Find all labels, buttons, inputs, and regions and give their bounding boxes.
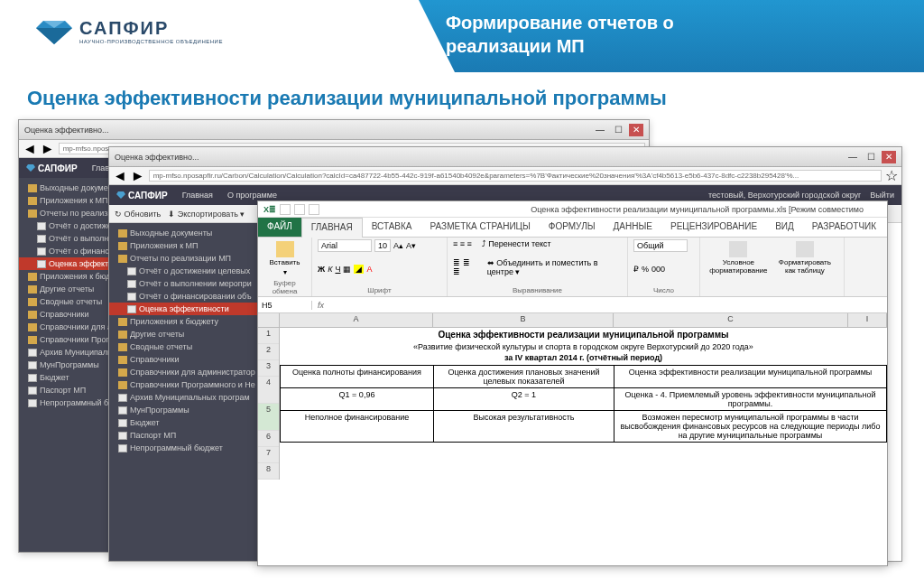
comma-icon[interactable]: 000 [651,265,665,274]
nav-logout[interactable]: Выйти [870,191,894,200]
shrink-font-icon[interactable]: A▾ [406,241,416,250]
back-icon[interactable]: ◄ [23,141,37,157]
maximize-button[interactable]: ☐ [611,124,625,136]
fill-icon[interactable]: ◢ [354,265,364,274]
sidebar-item[interactable]: Отчёт о достижении целевых [109,265,281,277]
col-header[interactable] [258,313,280,327]
nav-about[interactable]: О программе [227,191,277,200]
undo-icon[interactable] [294,204,305,215]
col-header-a[interactable]: A [280,313,433,327]
logo-subtitle: НАУЧНО-ПРОИЗВОДСТВЕННОЕ ОБЪЕДИНЕНИЕ [79,39,223,44]
percent-icon[interactable]: % [642,265,649,274]
svg-marker-4 [116,191,125,199]
sidebar-item[interactable]: Отчеты по реализации МП [109,252,281,265]
sidebar-item[interactable]: Справочники [109,353,281,366]
browser-tab[interactable]: Оценка эффективно... [24,126,109,135]
italic-icon[interactable]: К [328,265,332,274]
row-num[interactable]: 8 [258,463,279,480]
svg-marker-2 [36,28,72,44]
sidebar-item[interactable]: МунПрограммы [109,404,281,416]
row-num[interactable]: 7 [258,447,279,463]
row-num[interactable]: 6 [258,431,279,447]
sidebar-item[interactable]: Паспорт МП [109,429,281,442]
font-size[interactable]: 10 [374,239,391,252]
paste-button[interactable]: Вставить▾ [263,239,306,279]
align-icons[interactable]: ≡ ≡ ≡ [453,239,472,248]
tab-file[interactable]: ФАЙЛ [258,218,301,237]
border-icon[interactable]: ▦ [343,265,351,274]
sidebar-item[interactable]: Приложения к МП [109,239,281,252]
forward-icon[interactable]: ► [131,168,145,184]
save-icon[interactable] [280,204,291,215]
sidebar-item[interactable]: Сводные отчеты [109,340,281,353]
fx-icon[interactable]: fx [312,301,329,310]
sidebar-item[interactable]: Отчёт о финансировании объ [109,290,281,303]
underline-icon[interactable]: Ч [335,265,340,274]
minimize-button[interactable]: — [593,124,607,136]
wrap-text-button[interactable]: ⤴ Перенести текст [482,239,551,248]
tab-review[interactable]: РЕЦЕНЗИРОВАНИЕ [661,218,766,237]
url-input[interactable]: mp-mfso.nposapfir.ru/Carbon/Calculation/… [149,170,882,182]
nav-home[interactable]: Главная [182,191,213,200]
maximize-button[interactable]: ☐ [864,151,878,163]
merge-button[interactable]: ⬌ Объединить и поместить в центре ▾ [487,258,622,276]
browser-tab[interactable]: Оценка эффективно... [115,153,199,162]
document-icon [127,267,136,275]
document-icon [37,222,46,230]
font-name[interactable]: Arial [318,239,372,252]
sidebar-item[interactable]: Непрограммный бюджет [109,442,281,454]
sidebar-item[interactable]: Архив Муниципальных програм [109,391,281,404]
group-number: Число [633,286,694,294]
row-num[interactable]: 2 [258,344,279,360]
sidebar-item[interactable]: Выходные документы [109,227,281,239]
folder-icon [28,210,37,218]
name-box[interactable]: H5 [258,301,312,310]
star-icon[interactable]: ☆ [885,167,898,184]
currency-icon[interactable]: ₽ [633,265,639,274]
spreadsheet-grid[interactable]: A B C I 1 2 3 4 5 6 7 8 Оценка эффективн… [258,313,887,565]
sidebar-item-label: Отчёт о финансировании объ [139,292,252,301]
number-format[interactable]: Общий [633,239,688,252]
cond-format-button[interactable]: Условное форматирование [706,239,772,277]
row-num[interactable]: 4 [258,377,279,404]
excel-icon: X≣ [263,205,276,214]
data-table: Оценка полноты финансирования Оценка дос… [280,365,887,443]
tab-formulas[interactable]: ФОРМУЛЫ [540,218,605,237]
tab-view[interactable]: ВИД [766,218,803,237]
close-button[interactable]: ✕ [882,151,896,163]
align-icons2[interactable]: ≣ ≣ ≣ [453,258,477,276]
export-button[interactable]: ⬇ Экспортировать ▾ [168,210,245,219]
close-button[interactable]: ✕ [629,124,643,136]
logo: САПФИР НАУЧНО-ПРОИЗВОДСТВЕННОЕ ОБЪЕДИНЕН… [36,18,223,44]
folder-icon [118,343,127,351]
bold-icon[interactable]: Ж [318,265,325,274]
sidebar-item[interactable]: Справочники для администратор [109,366,281,378]
grow-font-icon[interactable]: A▴ [393,241,403,250]
sidebar-item-label: Другие отчеты [130,330,184,339]
col-header-i[interactable]: I [848,313,887,327]
forward-icon[interactable]: ► [41,141,55,157]
tab-insert[interactable]: ВСТАВКА [363,218,421,237]
sidebar-item[interactable]: Оценка эффективности [109,303,281,315]
sidebar-item[interactable]: Другие отчеты [109,328,281,340]
redo-icon[interactable] [309,204,319,215]
tab-dev[interactable]: РАЗРАБОТЧИК [803,218,885,237]
row-num[interactable]: 5 [258,404,279,431]
sidebar-item[interactable]: Справочники Программного и Не [109,378,281,391]
format-table-button[interactable]: Форматировать как таблицу [772,239,838,277]
sidebar-item[interactable]: Приложения к бюджету [109,315,281,328]
sidebar-item[interactable]: Отчёт о выполнении меропри [109,277,281,290]
refresh-button[interactable]: ↻ Обновить [115,210,161,219]
col-header-c[interactable]: C [614,313,848,327]
sheet-subtitle2: за IV квартал 2014 г. (отчётный период) [280,352,887,363]
tab-home[interactable]: ГЛАВНАЯ [301,218,363,238]
minimize-button[interactable]: — [845,151,860,163]
sidebar-item[interactable]: Бюджет [109,416,281,429]
font-color-icon[interactable]: A [366,265,372,274]
row-num[interactable]: 1 [258,328,279,344]
tab-layout[interactable]: РАЗМЕТКА СТРАНИЦЫ [421,218,540,237]
back-icon[interactable]: ◄ [113,168,127,184]
row-num[interactable]: 3 [258,360,279,377]
col-header-b[interactable]: B [433,313,614,327]
tab-data[interactable]: ДАННЫЕ [605,218,661,237]
